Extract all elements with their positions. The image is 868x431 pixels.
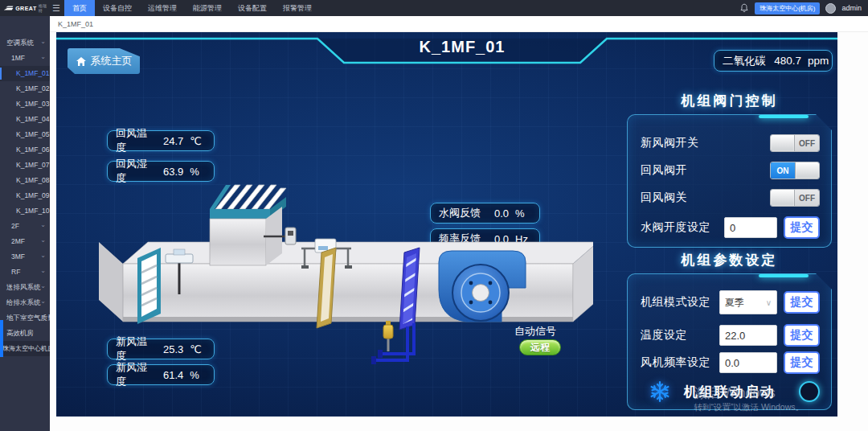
brand-logo: GREAT 格瑞特 — [0, 0, 48, 16]
valve-panel-title: 机组阀门控制 — [627, 92, 832, 110]
sidebar-item-k-1mf-02[interactable]: K_1MF_02 — [0, 81, 50, 96]
sidebar-item-k-1mf-05[interactable]: K_1MF_05 — [0, 127, 50, 142]
sidebar-item-space-center[interactable]: 珠海太空中心机房 — [0, 341, 50, 356]
menu-item-device-control[interactable]: 设备自控 — [95, 0, 140, 16]
return-valve-close-toggle[interactable]: OFF — [770, 189, 820, 207]
return-valve-close-label: 回风阀关 — [641, 191, 687, 205]
fresh-air-valve-toggle[interactable]: OFF — [770, 134, 820, 152]
remote-status-pill: 远程 — [519, 339, 561, 355]
tab-bar: K_1MF_01 — [50, 16, 868, 32]
unit-mode-label: 机组模式设定 — [641, 295, 710, 310]
water-valve-setting-label: 水阀开度设定 — [641, 220, 710, 235]
co2-readout: 二氧化碳 480.7 ppm — [714, 50, 833, 72]
menu-item-home[interactable]: 首页 — [64, 0, 95, 16]
temp-setting-input[interactable] — [719, 325, 777, 346]
temp-setting-label: 温度设定 — [641, 328, 687, 343]
home-icon — [76, 56, 87, 67]
linkage-start-label: 机组联动启动 — [684, 383, 776, 401]
sidebar-scroll-indicator — [0, 320, 3, 357]
sidebar-item-1mf[interactable]: 1MF — [0, 51, 50, 66]
menu-item-energy[interactable]: 能源管理 — [185, 0, 230, 16]
fresh-air-valve-label: 新风阀开关 — [641, 136, 699, 150]
sidebar-item-k-1mf-01[interactable]: K_1MF_01 — [0, 66, 50, 81]
logo-swoosh-icon — [3, 4, 14, 12]
logo-subtext: 格瑞特 — [39, 3, 48, 13]
top-navbar: GREAT 格瑞特 ☰ 首页 设备自控 运维管理 能源管理 设备配置 报警管理 … — [0, 0, 868, 16]
return-air-duct — [210, 185, 286, 265]
sidebar-item-plant-room[interactable]: 高效机房 — [0, 326, 50, 341]
menu-item-config[interactable]: 设备配置 — [230, 0, 275, 16]
water-valve — [383, 321, 393, 351]
sidebar-item-k-1mf-07[interactable]: K_1MF_07 — [0, 158, 50, 173]
return-temp-readout: 回风温度24.7℃ — [107, 130, 215, 151]
fan-freq-setting-input[interactable] — [719, 352, 777, 373]
valve-control-panel: 新风阀开关 OFF 回风阀开 ON 回风阀关 OFF — [627, 114, 832, 248]
tab-k-1mf-01[interactable]: K_1MF_01 — [58, 20, 93, 28]
return-valve-open-label: 回风阀开 — [641, 163, 687, 178]
sidebar-item-k-1mf-03[interactable]: K_1MF_03 — [0, 96, 50, 112]
sidebar-tree: 空调系统 1MF K_1MF_01 K_1MF_02 K_1MF_03 K_1M… — [0, 16, 50, 431]
unit-mode-select[interactable]: 夏季∨ — [719, 290, 777, 314]
logo-text: GREAT — [15, 6, 36, 11]
snowflake-icon — [649, 380, 671, 403]
page-title: K_1MF_01 — [420, 38, 506, 56]
username-label: admin — [841, 4, 862, 12]
sidebar-item-k-1mf-06[interactable]: K_1MF_06 — [0, 142, 50, 158]
unit-mode-submit-button[interactable]: 提交 — [784, 291, 820, 314]
project-badge[interactable]: 珠海太空中心(机房) — [755, 2, 820, 14]
sidebar-item-basement-air[interactable]: 地下室空气质量 — [0, 310, 50, 326]
notification-bell-icon[interactable] — [739, 3, 749, 13]
temp-setting-submit-button[interactable]: 提交 — [784, 324, 820, 347]
collapse-menu-icon[interactable]: ☰ — [48, 3, 64, 14]
sidebar-item-k-1mf-09[interactable]: K_1MF_09 — [0, 188, 50, 203]
menu-item-ops[interactable]: 运维管理 — [140, 0, 185, 16]
sidebar-item-k-1mf-04[interactable]: K_1MF_04 — [0, 112, 50, 127]
param-setting-panel: 机组模式设定 夏季∨ 提交 温度设定 提交 风 — [627, 273, 832, 410]
chevron-down-icon: ∨ — [766, 298, 772, 307]
ahu-diagram — [63, 167, 593, 408]
menu-item-alarm[interactable]: 报警管理 — [275, 0, 320, 16]
fan-freq-setting-label: 风机频率设定 — [641, 355, 710, 370]
param-panel-title: 机组参数设定 — [627, 251, 832, 269]
system-home-button[interactable]: 系统主页 — [68, 48, 140, 74]
fresh-air-louver — [137, 248, 161, 324]
signal-mode-label: 自动信号 — [514, 324, 556, 339]
linkage-start-button[interactable] — [799, 381, 820, 402]
user-avatar[interactable] — [825, 3, 836, 14]
fan-freq-submit-button[interactable]: 提交 — [784, 351, 820, 374]
main-menu: 首页 设备自控 运维管理 能源管理 设备配置 报警管理 — [64, 0, 320, 16]
water-valve-setting-input[interactable] — [724, 217, 777, 238]
sidebar-item-k-1mf-08[interactable]: K_1MF_08 — [0, 173, 50, 188]
return-valve-open-toggle[interactable]: ON — [770, 162, 820, 179]
water-valve-submit-button[interactable]: 提交 — [784, 216, 820, 239]
scada-canvas: K_1MF_01 系统主页 二氧化碳 480.7 ppm 回风温度24.7℃ 回… — [56, 32, 837, 417]
